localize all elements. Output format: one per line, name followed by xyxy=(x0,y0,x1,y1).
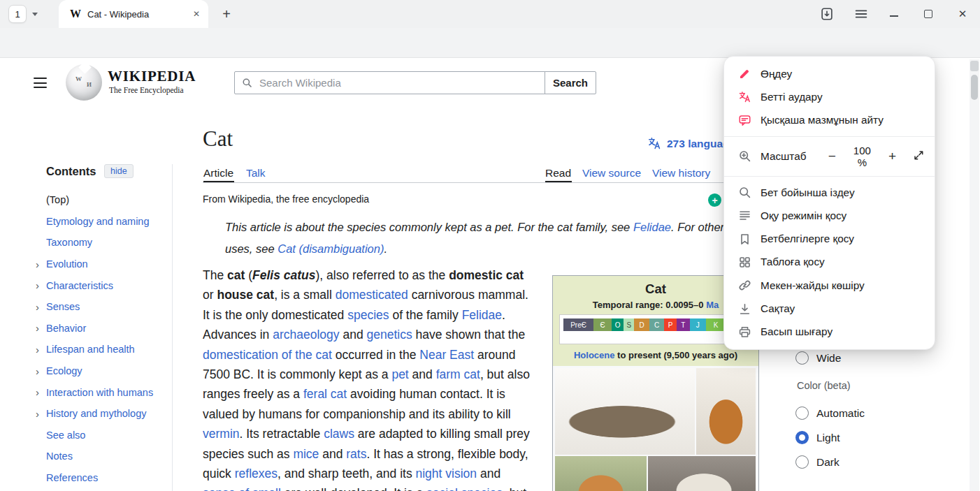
tab-counter-button[interactable]: 1 xyxy=(8,5,27,23)
wikipedia-wordmark[interactable]: WIKIPEDIA xyxy=(108,68,196,85)
chevron-right-icon[interactable]: › xyxy=(34,322,46,334)
radio-selected-icon[interactable] xyxy=(795,431,809,444)
tab-view-source[interactable]: View source xyxy=(582,167,641,179)
scrollbar-thumb[interactable] xyxy=(971,75,978,100)
chevron-right-icon[interactable]: › xyxy=(34,386,46,398)
tab-view-history[interactable]: View history xyxy=(652,167,710,179)
appearance-color-automatic-radio[interactable]: Automatic xyxy=(795,406,865,420)
table-of-contents: (Top)Etymology and namingTaxonomy›Evolut… xyxy=(34,189,171,488)
toc-item-history-and-mythology[interactable]: ›History and mythology xyxy=(34,403,171,425)
menu-item[interactable]: Мекен-жайды көшіру xyxy=(724,274,935,297)
menu-item[interactable]: Басып шығару xyxy=(724,321,935,344)
browser-dropdown-menu: ӨңдеуБетті аударуҚысқаша мазмұнын айту М… xyxy=(723,56,935,350)
chevron-right-icon[interactable]: › xyxy=(34,301,46,313)
inline-link[interactable]: claws xyxy=(324,427,354,441)
inline-link[interactable]: mice xyxy=(293,447,319,461)
appearance-color-dark-radio[interactable]: Dark xyxy=(795,455,840,469)
menu-item[interactable]: Бетбелгілерге қосу xyxy=(724,227,935,250)
toc-item-etymology-and-naming[interactable]: Etymology and naming xyxy=(34,211,171,233)
page-scrollbar[interactable] xyxy=(970,59,979,491)
inline-link[interactable]: domestication of the cat xyxy=(203,348,332,362)
inline-link[interactable]: Felidae xyxy=(633,221,671,233)
menu-item[interactable]: Сақтау xyxy=(724,297,935,320)
menu-item[interactable]: Оқу режимін қосу xyxy=(724,204,935,227)
chevron-right-icon[interactable]: › xyxy=(34,344,46,356)
tab-talk[interactable]: Talk xyxy=(246,167,266,179)
menu-item[interactable]: Бетті аудару xyxy=(724,85,935,108)
toc-item-notes[interactable]: Notes xyxy=(34,446,171,467)
toc-item-references[interactable]: References xyxy=(34,467,171,489)
ginger-cat-sitting-photo[interactable] xyxy=(696,368,756,455)
window-close-button[interactable]: ✕ xyxy=(955,6,970,22)
radio-icon[interactable] xyxy=(795,455,809,469)
inline-link[interactable]: vermin xyxy=(203,427,240,441)
menu-item[interactable]: Өңдеу xyxy=(724,62,935,85)
zoom-out-button[interactable]: − xyxy=(824,147,840,166)
tab-close-icon[interactable]: ✕ xyxy=(193,9,200,19)
chevron-right-icon[interactable]: › xyxy=(34,279,46,291)
inline-link[interactable]: rats xyxy=(346,447,366,461)
browser-hamburger-icon[interactable] xyxy=(853,6,869,22)
inline-link[interactable]: night vision xyxy=(416,467,477,481)
inline-link[interactable]: Felidae xyxy=(462,308,502,322)
downloads-panel-icon[interactable] xyxy=(819,6,835,22)
menu-item[interactable]: Қысқаша мазмұнын айту xyxy=(724,109,935,132)
inline-link[interactable]: feral cat xyxy=(303,387,347,401)
toc-item-top[interactable]: (Top) xyxy=(34,189,171,211)
chevron-down-icon[interactable] xyxy=(32,13,38,16)
tab-read[interactable]: Read xyxy=(545,167,571,179)
inline-link[interactable]: Ma xyxy=(706,300,719,310)
browser-tab[interactable]: W Cat - Wikipedia ✕ xyxy=(59,0,208,28)
search-input[interactable]: Search Wikipedia xyxy=(234,71,545,94)
inline-link[interactable]: pet xyxy=(391,367,408,381)
toc-item-lifespan-and-health[interactable]: ›Lifespan and health xyxy=(34,339,171,360)
inline-link[interactable]: Cat (disambiguation) xyxy=(278,242,384,255)
menu-item[interactable]: Бет бойынша іздеу xyxy=(724,181,935,204)
good-article-icon[interactable]: + xyxy=(708,193,721,207)
window-minimize-button[interactable] xyxy=(886,8,902,24)
appearance-width-wide-radio[interactable]: Wide xyxy=(795,351,841,365)
inline-link[interactable]: sense of smell xyxy=(203,486,281,491)
appearance-color-light-radio[interactable]: Light xyxy=(795,431,840,444)
menu-item[interactable]: Таблоға қосу xyxy=(724,251,935,274)
inline-link[interactable]: genetics xyxy=(367,328,412,342)
toc-item-interaction-with-humans[interactable]: ›Interaction with humans xyxy=(34,381,171,403)
window-maximize-button[interactable] xyxy=(921,6,936,22)
scrollbar-up-button[interactable] xyxy=(970,61,979,71)
toc-item-behavior[interactable]: ›Behavior xyxy=(34,318,171,339)
toc-hide-button[interactable]: hide xyxy=(104,164,134,178)
inline-link[interactable]: domesticated xyxy=(336,288,408,302)
toc-item-evolution[interactable]: ›Evolution xyxy=(34,254,171,275)
radio-icon[interactable] xyxy=(795,351,809,365)
radio-icon[interactable] xyxy=(795,406,809,420)
article-intro-paragraph: The cat (Felis catus), also referred to … xyxy=(203,265,533,491)
inline-link[interactable]: farm cat xyxy=(436,367,480,381)
chevron-right-icon[interactable]: › xyxy=(34,365,46,377)
chevron-right-icon[interactable]: › xyxy=(34,258,46,270)
toc-item-senses[interactable]: ›Senses xyxy=(34,296,171,318)
chevron-right-icon[interactable]: › xyxy=(34,408,46,420)
zoom-in-button[interactable]: + xyxy=(885,147,900,166)
inline-link[interactable]: social species xyxy=(426,486,503,491)
inline-link[interactable]: reflexes xyxy=(235,467,278,481)
toc-item-see-also[interactable]: See also xyxy=(34,425,171,446)
timeline-segment: D xyxy=(634,318,649,331)
inline-link[interactable]: archaeology xyxy=(273,328,339,342)
toc-item-ecology[interactable]: ›Ecology xyxy=(34,360,171,382)
toc-item-taxonomy[interactable]: Taxonomy xyxy=(34,232,171,254)
search-button[interactable]: Search xyxy=(545,71,596,94)
fullscreen-icon[interactable] xyxy=(913,149,925,163)
inline-link[interactable]: Near East xyxy=(419,348,474,362)
cat-outdoors-photo[interactable] xyxy=(555,456,647,491)
wiki-main-menu-icon[interactable] xyxy=(34,78,47,91)
toc-item-characteristics[interactable]: ›Characteristics xyxy=(34,274,171,296)
tab-article[interactable]: Article xyxy=(203,167,233,179)
menu-divider xyxy=(724,136,935,137)
inline-link[interactable]: Holocene xyxy=(574,350,615,360)
zoom-icon xyxy=(738,149,751,163)
pale-cat-photo[interactable] xyxy=(648,456,756,491)
wikipedia-logo-globe[interactable]: WИ xyxy=(66,64,102,101)
inline-link[interactable]: species xyxy=(347,308,389,322)
new-tab-button[interactable]: + xyxy=(218,6,235,22)
tabby-cat-lying-photo[interactable] xyxy=(555,368,695,455)
